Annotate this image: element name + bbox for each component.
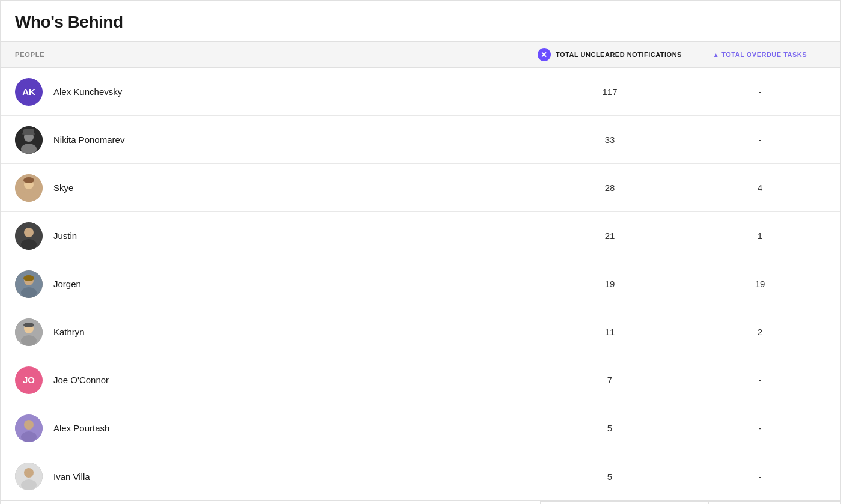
avatar	[15, 126, 43, 154]
table-row: Alex Pourtash 5 -	[1, 404, 840, 452]
table-row: Skye 28 4	[1, 164, 840, 212]
cell-notifications: 11	[526, 327, 694, 337]
cell-overdue: -	[694, 135, 826, 145]
person-name: Jorgen	[53, 279, 81, 289]
cell-notifications: 21	[526, 231, 694, 241]
svg-point-24	[24, 468, 34, 478]
svg-point-8	[23, 177, 34, 183]
svg-point-22	[21, 431, 37, 442]
svg-point-25	[21, 479, 37, 490]
person-cell: Skye	[15, 174, 526, 202]
calculate-overdue-button[interactable]: Calculate ▾	[708, 501, 840, 504]
person-cell: Nikita Ponomarev	[15, 126, 526, 154]
cell-overdue: 2	[694, 327, 826, 337]
table-container: PEOPLE ✕ TOTAL UNCLEARED NOTIFICATIONS ▲…	[1, 42, 840, 500]
cell-overdue: 4	[694, 183, 826, 193]
person-name: Alex Kunchevsky	[53, 87, 122, 97]
cell-notifications: 5	[526, 472, 694, 482]
cell-overdue: 19	[694, 279, 826, 289]
svg-point-19	[23, 323, 34, 327]
page-container: Who's Behind PEOPLE ✕ TOTAL UNCLEARED NO…	[0, 0, 841, 504]
col-notifications-header: ✕ TOTAL UNCLEARED NOTIFICATIONS	[526, 48, 694, 61]
avatar	[15, 414, 43, 442]
svg-point-7	[21, 191, 37, 202]
avatar	[15, 463, 43, 490]
avatar-svg	[15, 174, 43, 202]
person-name: Kathryn	[53, 327, 85, 337]
avatar-svg	[15, 414, 43, 442]
avatar: JO	[15, 366, 43, 394]
cell-overdue: -	[694, 423, 826, 433]
footer-row: Calculate ▾ Calculate ▾	[1, 500, 840, 504]
avatar-svg	[15, 463, 43, 490]
header: Who's Behind	[1, 1, 840, 42]
table-row: Nikita Ponomarev 33 -	[1, 116, 840, 164]
svg-point-15	[23, 275, 34, 281]
avatar	[15, 270, 43, 298]
avatar-svg	[15, 270, 43, 298]
cell-overdue: 1	[694, 231, 826, 241]
svg-point-10	[24, 228, 34, 237]
page-title: Who's Behind	[15, 13, 826, 32]
cell-overdue: -	[694, 375, 826, 385]
cell-notifications: 5	[526, 423, 694, 433]
cell-notifications: 117	[526, 87, 694, 97]
person-name: Joe O'Connor	[53, 375, 109, 385]
cell-notifications: 33	[526, 135, 694, 145]
person-name: Ivan Villa	[53, 472, 90, 482]
table-row: Ivan Villa 5 -	[1, 452, 840, 500]
avatar-svg	[15, 126, 43, 154]
clear-notifications-button[interactable]: ✕	[538, 48, 551, 61]
avatar-svg	[15, 222, 43, 250]
svg-rect-4	[23, 129, 34, 135]
cell-notifications: 7	[526, 375, 694, 385]
avatar	[15, 222, 43, 250]
table-row: AK Alex Kunchevsky 117 -	[1, 68, 840, 116]
person-cell: Kathryn	[15, 318, 526, 346]
sort-arrow-icon: ▲	[713, 52, 719, 58]
table-header: PEOPLE ✕ TOTAL UNCLEARED NOTIFICATIONS ▲…	[1, 42, 840, 68]
person-cell: AK Alex Kunchevsky	[15, 78, 526, 106]
table-row: JO Joe O'Connor 7 -	[1, 356, 840, 404]
person-name: Skye	[53, 183, 73, 193]
person-name: Nikita Ponomarev	[53, 135, 124, 145]
person-cell: Jorgen	[15, 270, 526, 298]
avatar-initials: AK	[22, 87, 35, 97]
person-cell: Justin	[15, 222, 526, 250]
calculate-notifications-button[interactable]: Calculate ▾	[540, 501, 708, 504]
cell-notifications: 28	[526, 183, 694, 193]
col-overdue-header[interactable]: ▲ TOTAL OVERDUE TASKS	[694, 51, 826, 58]
avatar-svg	[15, 318, 43, 346]
person-name: Alex Pourtash	[53, 423, 109, 433]
cell-overdue: -	[694, 87, 826, 97]
avatar: AK	[15, 78, 43, 106]
person-cell: Ivan Villa	[15, 463, 526, 490]
avatar-initials: JO	[23, 375, 35, 385]
overdue-header-label: TOTAL OVERDUE TASKS	[721, 51, 807, 58]
cell-notifications: 19	[526, 279, 694, 289]
table-row: Kathryn 11 2	[1, 308, 840, 356]
table-row: Justin 21 1	[1, 212, 840, 260]
svg-point-11	[21, 239, 37, 250]
cell-overdue: -	[694, 472, 826, 482]
svg-point-18	[21, 335, 37, 346]
person-cell: JO Joe O'Connor	[15, 366, 526, 394]
person-name: Justin	[53, 231, 77, 241]
avatar	[15, 318, 43, 346]
person-cell: Alex Pourtash	[15, 414, 526, 442]
avatar	[15, 174, 43, 202]
svg-point-21	[24, 420, 34, 430]
svg-point-14	[21, 287, 37, 298]
col-people-header: PEOPLE	[15, 51, 526, 58]
notifications-header-label: TOTAL UNCLEARED NOTIFICATIONS	[556, 51, 682, 58]
table-row: Jorgen 19 19	[1, 260, 840, 308]
